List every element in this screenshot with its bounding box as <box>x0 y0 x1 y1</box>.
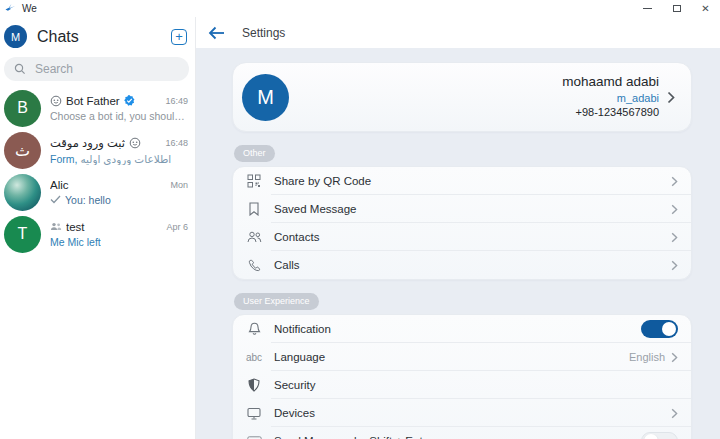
chat-name: test <box>66 221 85 233</box>
row-contacts[interactable]: Contacts <box>233 223 691 251</box>
profile-username[interactable]: m_adabi <box>562 92 659 106</box>
bot-icon <box>50 95 62 107</box>
profile-avatar: M <box>242 74 289 121</box>
contacts-icon <box>246 231 262 243</box>
section-label-user-experience: User Experience <box>234 293 319 310</box>
settings-body: M mohaamd adabi m_adabi +98-1234567890 O… <box>196 48 720 439</box>
row-label: Contacts <box>274 231 319 243</box>
qr-code-icon <box>246 174 262 188</box>
my-avatar[interactable]: M <box>4 25 27 48</box>
chat-time: 16:49 <box>161 96 188 106</box>
row-language[interactable]: abc Language English <box>233 343 691 371</box>
bookmark-icon <box>246 202 262 216</box>
send-shortcut-toggle[interactable] <box>641 432 678 439</box>
user-experience-card: Notification abc Language English <box>232 314 692 439</box>
chevron-right-icon <box>671 204 678 215</box>
chat-time: Apr 6 <box>162 222 188 232</box>
chat-item-alic[interactable]: Alic Mon You: hello <box>0 171 195 213</box>
chat-time: 16:48 <box>161 138 188 148</box>
notification-toggle[interactable] <box>641 320 678 338</box>
sidebar-header: M Chats + <box>0 17 195 52</box>
avatar-photo <box>4 174 41 211</box>
app-title: We <box>22 3 37 14</box>
profile-name: mohaamd adabi <box>562 74 659 91</box>
verified-badge-icon <box>124 95 135 106</box>
bell-icon <box>246 322 262 336</box>
read-check-icon <box>50 195 61 204</box>
bot-icon <box>129 137 141 149</box>
row-calls[interactable]: Calls <box>233 251 691 279</box>
abc-language-icon: abc <box>246 352 262 363</box>
language-value: English <box>629 351 665 363</box>
row-saved-message[interactable]: Saved Message <box>233 195 691 223</box>
section-label-other: Other <box>234 145 275 162</box>
group-icon <box>50 222 62 231</box>
chat-name: Bot Father <box>66 95 120 107</box>
chat-item-test[interactable]: T test Apr 6 Me Mic left <box>0 213 195 255</box>
chat-time: Mon <box>166 180 188 190</box>
close-icon[interactable]: ✕ <box>691 0 720 17</box>
shield-icon <box>246 378 262 392</box>
phone-icon <box>246 259 262 272</box>
chevron-right-icon <box>671 232 678 243</box>
search-bar[interactable] <box>4 57 189 81</box>
titlebar: We ✕ <box>0 0 720 17</box>
row-send-message-shortcut[interactable]: Send Message by Shift + Enter <box>233 427 691 439</box>
profile-card[interactable]: M mohaamd adabi m_adabi +98-1234567890 <box>232 62 692 132</box>
search-icon <box>14 63 26 75</box>
avatar: B <box>4 90 41 127</box>
app-logo-icon <box>5 3 16 14</box>
chat-name: ثبت ورود موقت <box>50 136 125 150</box>
chat-message: You: hello <box>65 194 111 206</box>
chat-item-sabt-vorood[interactable]: ث ثبت ورود موقت 16:48 Form, اطلاعات ورود… <box>0 129 195 171</box>
row-label: Saved Message <box>274 203 356 215</box>
settings-title: Settings <box>242 26 285 40</box>
chevron-right-icon <box>671 176 678 187</box>
row-label: Security <box>274 379 316 391</box>
back-icon[interactable] <box>206 23 226 43</box>
row-share-by-qr-code[interactable]: Share by QR Code <box>233 167 691 195</box>
chat-message: Me Mic left <box>50 236 101 248</box>
chat-message-prefix: Form, <box>50 153 77 165</box>
minimize-icon[interactable] <box>633 0 662 17</box>
settings-header: Settings <box>196 17 720 48</box>
row-devices[interactable]: Devices <box>233 399 691 427</box>
chevron-right-icon <box>671 408 678 419</box>
row-label: Notification <box>274 323 331 335</box>
new-chat-icon[interactable]: + <box>171 29 187 45</box>
chat-item-bot-father[interactable]: B Bot Father 16:49 Choose a b <box>0 87 195 129</box>
row-label: Calls <box>274 259 300 271</box>
row-security[interactable]: Security <box>233 371 691 399</box>
profile-phone: +98-1234567890 <box>562 106 659 120</box>
chat-message: اطلاعات ورودی اولیه <box>80 153 171 165</box>
avatar: T <box>4 216 41 253</box>
chat-message: Choose a bot id, you should select bot .… <box>50 110 188 122</box>
app-window: We ✕ M Chats + B <box>0 0 720 439</box>
chats-title: Chats <box>37 28 79 46</box>
avatar: ث <box>4 132 41 169</box>
row-label: Send Message by Shift + Enter <box>274 435 433 439</box>
row-label: Devices <box>274 407 315 419</box>
search-input[interactable] <box>35 62 179 76</box>
chat-name: Alic <box>50 179 69 191</box>
row-label: Language <box>274 351 325 363</box>
settings-panel: Settings M mohaamd adabi m_adabi +98-123… <box>196 17 720 439</box>
row-label: Share by QR Code <box>274 175 371 187</box>
other-card: Share by QR Code Saved Message <box>232 166 692 280</box>
chats-sidebar: M Chats + B Bot Father <box>0 17 196 439</box>
window-controls: ✕ <box>633 0 720 17</box>
maximize-icon[interactable] <box>662 0 691 17</box>
chevron-right-icon <box>671 352 678 363</box>
row-notification[interactable]: Notification <box>233 315 691 343</box>
chevron-right-icon <box>671 260 678 271</box>
chat-list: B Bot Father 16:49 Choose a b <box>0 87 195 439</box>
chevron-right-icon <box>667 91 675 104</box>
monitor-icon <box>246 407 262 420</box>
